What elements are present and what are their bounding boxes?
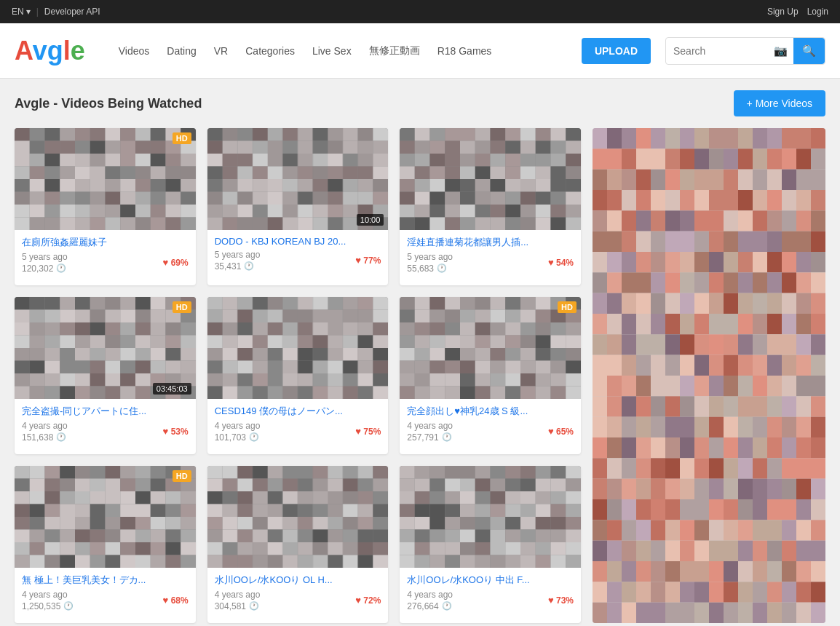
- card-like: ♥ 53%: [163, 426, 189, 437]
- card-title: 完全盗撮-同じアパートに住...: [22, 405, 189, 418]
- video-card[interactable]: 10:00 DODO - KBJ KOREAN BJ 20... 5 years…: [207, 128, 389, 285]
- search-icon: 🔍: [802, 44, 816, 58]
- card-like: ♥ 75%: [355, 426, 381, 437]
- heart-icon: ♥: [355, 255, 361, 266]
- card-age: 4 years ago: [215, 421, 261, 431]
- like-percentage: 75%: [363, 427, 381, 437]
- card-age: 4 years ago: [215, 590, 261, 600]
- heart-icon: ♥: [163, 257, 169, 268]
- thumbnail-canvas: [400, 297, 581, 399]
- thumbnail-wrap: [207, 466, 389, 568]
- card-like: ♥ 54%: [548, 257, 574, 268]
- top-bar: EN ▾ | Developer API Sign Up Login: [0, 0, 840, 23]
- video-card[interactable]: HD 完全顔出し♥神乳24歳 S 級... 4 years ago 257,79…: [400, 297, 581, 454]
- logo-a: A: [15, 36, 33, 66]
- video-card[interactable]: 水川OOレ/水KOOり 中出 F... 4 years ago 276,664 …: [400, 466, 581, 623]
- video-card[interactable]: HD 在廁所強姦羅麗妹子 5 years ago 120,302 🕐 ♥ 69%: [15, 128, 196, 285]
- card-views: 257,791 🕐: [407, 432, 453, 443]
- like-percentage: 65%: [556, 427, 574, 437]
- thumbnail-canvas: [400, 466, 581, 568]
- header: Avgle Videos Dating VR Categories Live S…: [0, 23, 840, 79]
- logo[interactable]: Avgle: [15, 36, 85, 66]
- nav-r18[interactable]: R18 Games: [430, 42, 499, 60]
- card-views: 304,581 🕐: [215, 601, 261, 611]
- card-meta: 4 years ago 276,664 🕐 ♥ 73%: [407, 590, 574, 611]
- card-info: 水川OOレ/水KOOり OL H... 4 years ago 304,581 …: [207, 568, 389, 619]
- card-meta: 4 years ago 304,581 🕐 ♥ 72%: [215, 590, 381, 611]
- card-age: 4 years ago: [22, 421, 68, 431]
- more-videos-button[interactable]: + More Videos: [734, 90, 825, 116]
- main-content: Avgle - Videos Being Watched + More Vide…: [0, 79, 840, 626]
- card-views: 151,638 🕐: [22, 432, 68, 443]
- card-views: 35,431 🕐: [215, 261, 261, 272]
- card-meta: 4 years ago 1,250,535 🕐 ♥ 68%: [22, 590, 189, 611]
- card-meta-left: 4 years ago 151,638 🕐: [22, 421, 68, 443]
- thumbnail-wrap: HD: [15, 466, 196, 568]
- video-card[interactable]: 淫娃直播連菊花都讓男人插... 5 years ago 55,683 🕐 ♥ 5…: [400, 128, 581, 285]
- card-meta: 4 years ago 151,638 🕐 ♥ 53%: [22, 421, 189, 443]
- duration-label: 03:45:03: [153, 383, 191, 395]
- card-like: ♥ 65%: [548, 426, 574, 437]
- thumbnail-wrap: HD: [400, 297, 581, 399]
- upload-button[interactable]: UPLOAD: [582, 38, 651, 64]
- thumbnail-canvas: [15, 466, 196, 568]
- card-info: DODO - KBJ KOREAN BJ 20... 5 years ago 3…: [207, 230, 389, 279]
- section-header: Avgle - Videos Being Watched + More Vide…: [15, 90, 825, 116]
- thumbnail-wrap: HD: [15, 128, 196, 230]
- nav-categories[interactable]: Categories: [238, 42, 302, 60]
- thumbnail-wrap: 10:00: [207, 128, 389, 230]
- card-title: 淫娃直播連菊花都讓男人插...: [407, 236, 574, 249]
- card-info: 在廁所強姦羅麗妹子 5 years ago 120,302 🕐 ♥ 69%: [15, 230, 196, 281]
- heart-icon: ♥: [355, 426, 361, 437]
- clock-icon: 🕐: [249, 432, 259, 442]
- clock-icon: 🕐: [249, 601, 259, 611]
- logo-v: v: [33, 36, 47, 66]
- nav-uncensored[interactable]: 無修正動画: [362, 41, 427, 60]
- card-meta-left: 4 years ago 304,581 🕐: [215, 590, 261, 611]
- video-grid: HD 在廁所強姦羅麗妹子 5 years ago 120,302 🕐 ♥ 69%: [15, 128, 581, 623]
- like-percentage: 77%: [363, 255, 381, 266]
- ad-canvas: [593, 128, 825, 623]
- video-card[interactable]: HD 無 極上！美巨乳美女！デカ... 4 years ago 1,250,53…: [15, 466, 196, 623]
- top-bar-right: Sign Up Login: [767, 7, 828, 17]
- search-button[interactable]: 🔍: [793, 38, 825, 64]
- card-like: ♥ 72%: [355, 595, 381, 606]
- card-info: CESD149 僕の母はノーパン... 4 years ago 101,703 …: [207, 399, 389, 450]
- card-views: 1,250,535 🕐: [22, 601, 74, 611]
- search-input[interactable]: [666, 45, 768, 57]
- nav-dating[interactable]: Dating: [159, 42, 203, 60]
- like-percentage: 72%: [363, 595, 381, 606]
- thumbnail-wrap: [207, 297, 389, 399]
- card-age: 4 years ago: [22, 590, 74, 600]
- heart-icon: ♥: [355, 595, 361, 606]
- login-link[interactable]: Login: [807, 7, 828, 17]
- video-card[interactable]: CESD149 僕の母はノーパン... 4 years ago 101,703 …: [207, 297, 389, 454]
- clock-icon: 🕐: [56, 264, 66, 273]
- side-advertisement[interactable]: [593, 128, 825, 623]
- hd-badge: HD: [173, 132, 191, 144]
- separator: |: [36, 7, 39, 17]
- video-card[interactable]: 水川OOレ/水KOOり OL H... 4 years ago 304,581 …: [207, 466, 389, 623]
- card-meta-left: 4 years ago 1,250,535 🕐: [22, 590, 74, 611]
- clock-icon: 🕐: [63, 601, 74, 611]
- dev-api-link[interactable]: Developer API: [44, 7, 100, 17]
- card-age: 4 years ago: [407, 421, 453, 431]
- card-like: ♥ 77%: [355, 255, 381, 266]
- card-like: ♥ 73%: [548, 595, 574, 606]
- nav-vr[interactable]: VR: [207, 42, 235, 60]
- search-box: 📷 🔍: [665, 37, 825, 65]
- like-percentage: 69%: [171, 258, 189, 268]
- card-views: 120,302 🕐: [22, 264, 68, 274]
- sign-up-link[interactable]: Sign Up: [767, 7, 799, 17]
- thumbnail-canvas: [400, 128, 581, 230]
- video-card[interactable]: HD 03:45:03 完全盗撮-同じアパートに住... 4 years ago…: [15, 297, 196, 454]
- camera-search-button[interactable]: 📷: [768, 38, 793, 64]
- nav-live-sex[interactable]: Live Sex: [305, 42, 359, 60]
- language-selector[interactable]: EN ▾: [12, 7, 31, 17]
- card-meta-left: 5 years ago 35,431 🕐: [215, 250, 261, 272]
- lang-arrow: ▾: [26, 7, 31, 17]
- like-percentage: 53%: [171, 427, 189, 437]
- clock-icon: 🕐: [442, 432, 452, 442]
- nav-videos[interactable]: Videos: [111, 42, 157, 60]
- thumbnail-canvas: [15, 128, 196, 230]
